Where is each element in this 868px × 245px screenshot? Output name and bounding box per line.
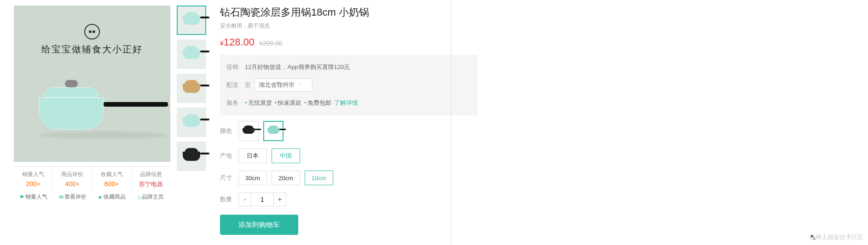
delivery-select[interactable]: 湖北省鄂州市 ﹀ bbox=[255, 79, 312, 91]
origin-option-0[interactable]: 日本 bbox=[238, 148, 267, 163]
stat-value: 600+ bbox=[93, 180, 131, 188]
thumbnail-5[interactable] bbox=[177, 142, 206, 171]
size-option-1[interactable]: 20cm bbox=[272, 171, 300, 185]
stat-3: 品牌信息苏宁电器 bbox=[132, 167, 170, 189]
action-icon: ⌂ bbox=[138, 194, 141, 200]
stat-2: 收藏人气600+ bbox=[93, 167, 132, 189]
product-price: ¥128.00 bbox=[220, 36, 255, 48]
stat-value: 200+ bbox=[14, 180, 52, 188]
vertical-divider bbox=[451, 0, 451, 245]
stat-action-0[interactable]: ⚑销量人气 bbox=[14, 191, 53, 203]
stat-action-3[interactable]: ⌂品牌主页 bbox=[131, 191, 170, 203]
promo-text: 12月好物放送，App领券购买直降120元 bbox=[245, 63, 350, 71]
stat-label: 商品评价 bbox=[53, 171, 92, 178]
thumbnail-1[interactable] bbox=[177, 6, 206, 35]
size-label: 尺寸 bbox=[220, 174, 238, 182]
service-item: •免费包邮 bbox=[304, 99, 331, 107]
origin-option-1[interactable]: 中国 bbox=[272, 148, 300, 163]
qty-label: 数量 bbox=[220, 195, 238, 204]
delivery-value: 湖北省鄂州市 bbox=[259, 81, 295, 89]
action-icon: ★ bbox=[98, 194, 103, 200]
stat-value: 苏宁电器 bbox=[132, 180, 170, 188]
size-option-0[interactable]: 30cm bbox=[238, 171, 267, 185]
delivery-label: 配送 bbox=[226, 81, 245, 89]
qty-minus-button[interactable]: - bbox=[238, 193, 251, 206]
stat-value: 400+ bbox=[53, 180, 92, 188]
service-item: •快速退款 bbox=[275, 99, 302, 107]
promo-label: 促销 bbox=[226, 63, 245, 71]
action-icon: ✉ bbox=[59, 194, 64, 200]
size-option-2[interactable]: 10cm bbox=[305, 171, 333, 185]
chevron-down-icon: ﹀ bbox=[297, 82, 302, 88]
color-option-teal[interactable] bbox=[263, 121, 284, 141]
color-label: 颜色 bbox=[220, 127, 238, 135]
service-label: 服务 bbox=[226, 99, 245, 107]
stat-action-2[interactable]: ★收藏商品 bbox=[92, 191, 131, 203]
product-main-image: 给宝宝做辅食大小正好 bbox=[14, 6, 170, 162]
qty-plus-button[interactable]: + bbox=[273, 193, 286, 206]
baby-icon bbox=[84, 24, 100, 40]
qty-input[interactable] bbox=[251, 193, 273, 206]
stat-label: 品牌信息 bbox=[132, 171, 170, 178]
watermark: @稀土掘金技术社区 bbox=[810, 233, 863, 241]
thumbnail-4[interactable] bbox=[177, 108, 206, 137]
shadow bbox=[39, 131, 168, 139]
service-item: •无忧退货 bbox=[245, 99, 272, 107]
pot-illustration bbox=[39, 97, 104, 130]
product-subtitle: 安全耐用，易于清洗 bbox=[220, 22, 478, 30]
delivery-to: 至 bbox=[245, 81, 251, 89]
service-detail-link[interactable]: 了解详情 bbox=[334, 99, 358, 107]
add-to-cart-button[interactable]: 添加到购物车 bbox=[220, 215, 298, 235]
action-icon: ⚑ bbox=[19, 194, 24, 200]
stat-action-1[interactable]: ✉查看评价 bbox=[53, 191, 92, 203]
stat-label: 销量人气 bbox=[14, 171, 52, 178]
product-old-price: ¥200.00 bbox=[259, 40, 283, 47]
stat-1: 商品评价400+ bbox=[53, 167, 92, 189]
stat-0: 销量人气200+ bbox=[14, 167, 53, 189]
origin-label: 产地 bbox=[220, 152, 238, 160]
thumbnail-2[interactable] bbox=[177, 40, 206, 69]
stat-label: 收藏人气 bbox=[93, 171, 131, 178]
main-image-caption: 给宝宝做辅食大小正好 bbox=[41, 43, 143, 56]
thumbnail-3[interactable] bbox=[177, 74, 206, 103]
thumbnail-column bbox=[177, 6, 206, 235]
product-title: 钻石陶瓷涂层多用锅18cm 小奶锅 bbox=[220, 6, 478, 19]
color-option-black[interactable] bbox=[238, 121, 259, 141]
